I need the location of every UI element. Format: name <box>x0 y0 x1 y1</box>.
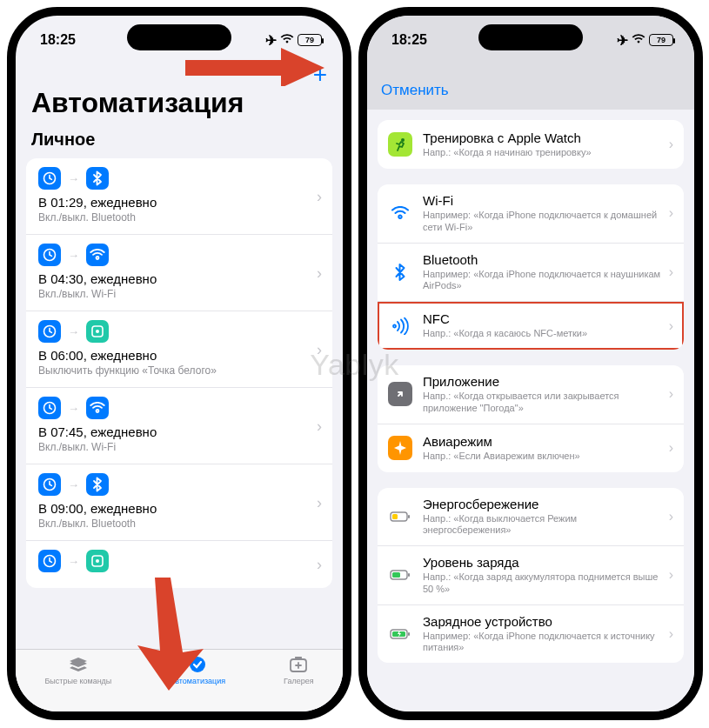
automation-title: В 01:29, ежедневно <box>38 195 320 210</box>
arrow-icon: → <box>68 402 79 415</box>
airplane-icon <box>388 436 412 460</box>
charger-icon <box>388 622 412 646</box>
trigger-row-bt2[interactable]: BluetoothНапример: «Когда iPhone подключ… <box>378 243 684 302</box>
wifi-icon <box>86 244 109 266</box>
airplane-icon: ✈ <box>617 32 628 49</box>
automation-row[interactable]: →В 09:00, ежедневноВкл./выкл. Bluetooth› <box>26 464 332 540</box>
trigger-row-app[interactable]: ПриложениеНапр.: «Когда открывается или … <box>378 365 684 424</box>
wifi-icon <box>86 397 109 419</box>
svg-rect-16 <box>408 515 410 518</box>
clock-icon <box>38 397 61 419</box>
gallery-icon <box>287 655 310 674</box>
tab-label: Галерея <box>284 677 314 685</box>
airplane-icon: ✈ <box>265 32 277 49</box>
svg-rect-15 <box>392 514 398 519</box>
automation-row[interactable]: →В 06:00, ежедневноВыключить функцию «То… <box>26 311 332 387</box>
workout-icon <box>388 132 412 157</box>
svg-point-9 <box>96 559 99 563</box>
section-header: Личное <box>16 126 343 158</box>
arrow-icon: → <box>68 172 79 185</box>
status-time: 18:25 <box>391 32 427 48</box>
cancel-button[interactable]: Отменить <box>381 82 449 99</box>
automation-row[interactable]: →В 01:29, ежедневноВкл./выкл. Bluetooth› <box>26 158 332 234</box>
chevron-right-icon: › <box>669 137 673 152</box>
app-icon <box>388 382 412 406</box>
svg-rect-23 <box>185 60 281 76</box>
battlevel-icon <box>388 563 412 587</box>
bt-icon <box>86 167 109 190</box>
trigger-row-charger[interactable]: Зарядное устройствоНапример: «Когда iPho… <box>378 604 684 664</box>
notch <box>478 24 583 50</box>
automation-title: В 04:30, ежедневно <box>38 271 320 286</box>
lowpower-icon <box>388 504 412 529</box>
trigger-group: Wi-FiНапример: «Когда iPhone подключаетс… <box>378 184 684 350</box>
chevron-right-icon: › <box>317 340 322 358</box>
tab-gallery[interactable]: Галерея <box>284 655 314 711</box>
clock-icon <box>38 473 61 496</box>
svg-point-4 <box>96 330 99 333</box>
arrow-icon: → <box>68 555 79 568</box>
automation-row[interactable]: →В 07:45, ежедневноВкл./выкл. Wi-Fi› <box>26 387 332 464</box>
chevron-right-icon: › <box>317 264 322 282</box>
phone-right: 18:25 ✈ 79 Отменить Тренировка с Apple W… <box>358 7 703 720</box>
trigger-subtitle: Напр.: «Если Авиарежим включен» <box>423 451 664 463</box>
trigger-title: Уровень заряда <box>423 555 664 570</box>
wifi2-icon <box>388 201 412 225</box>
trigger-group: ЭнергосбережениеНапр.: «Когда выключаетс… <box>378 488 684 664</box>
trigger-row-nfc[interactable]: NFCНапр.: «Когда я касаюсь NFC-метки»› <box>378 301 684 350</box>
chevron-right-icon: › <box>669 626 673 642</box>
trigger-title: Энергосбережение <box>423 497 664 511</box>
clock-icon <box>38 167 61 190</box>
trigger-subtitle: Например: «Когда iPhone подключается к д… <box>423 210 664 234</box>
page-title: Автоматизация <box>16 85 343 126</box>
automation-subtitle: Вкл./выкл. Bluetooth <box>38 211 320 224</box>
trigger-title: Авиарежим <box>423 434 664 449</box>
chevron-right-icon: › <box>669 386 673 402</box>
chevron-right-icon: › <box>669 440 673 456</box>
chevron-right-icon: › <box>317 417 322 435</box>
wifi-icon <box>280 32 294 48</box>
svg-marker-25 <box>137 578 204 691</box>
chevron-right-icon: › <box>669 264 673 280</box>
clock-icon <box>38 550 61 572</box>
chevron-right-icon: › <box>669 205 673 221</box>
battery-icon: 79 <box>649 34 673 46</box>
automation-title: В 07:45, ежедневно <box>38 424 320 439</box>
trigger-row-wifi2[interactable]: Wi-FiНапример: «Когда iPhone подключаетс… <box>378 184 684 243</box>
automation-row[interactable]: →В 04:30, ежедневноВкл./выкл. Wi-Fi› <box>26 234 332 311</box>
trigger-title: Приложение <box>423 374 664 389</box>
trigger-subtitle: Напр.: «Когда я касаюсь NFC-метки» <box>423 328 664 340</box>
trigger-title: Тренировка с Apple Watch <box>423 130 664 145</box>
clock-icon <box>38 244 61 266</box>
trigger-row-battlevel[interactable]: Уровень зарядаНапр.: «Когда заряд аккуму… <box>378 545 684 604</box>
arrow-icon: → <box>68 249 79 262</box>
arrow-icon: → <box>68 325 79 338</box>
arrow-icon: → <box>68 478 79 491</box>
trigger-row-workout[interactable]: Тренировка с Apple WatchНапр.: «Когда я … <box>378 120 684 169</box>
trigger-row-lowpower[interactable]: ЭнергосбережениеНапр.: «Когда выключаетс… <box>378 488 684 546</box>
svg-rect-18 <box>392 572 400 578</box>
svg-rect-19 <box>408 573 410 577</box>
stack-icon <box>67 655 90 674</box>
teal-icon <box>86 320 109 343</box>
svg-marker-24 <box>281 48 324 86</box>
chevron-right-icon: › <box>669 509 673 524</box>
chevron-right-icon: › <box>317 493 322 511</box>
automation-title: В 06:00, ежедневно <box>38 348 320 363</box>
trigger-subtitle: Напр.: «Когда заряд аккумулятора подниме… <box>423 571 664 596</box>
bt2-icon <box>388 260 412 284</box>
battery-icon: 79 <box>298 34 322 46</box>
trigger-subtitle: Например: «Когда iPhone подключается к и… <box>423 631 664 655</box>
trigger-title: Wi-Fi <box>423 193 664 208</box>
wifi-icon <box>632 32 645 48</box>
chevron-right-icon: › <box>669 318 673 334</box>
notch <box>127 24 231 50</box>
nfc-icon <box>388 314 412 338</box>
automation-subtitle: Вкл./выкл. Wi-Fi <box>38 288 320 300</box>
trigger-row-airplane[interactable]: АвиарежимНапр.: «Если Авиарежим включен»… <box>378 424 684 472</box>
tab-shortcuts[interactable]: Быстрые команды <box>44 655 111 711</box>
chevron-right-icon: › <box>317 187 322 205</box>
clock-icon <box>38 320 61 343</box>
automation-subtitle: Выключить функцию «Точка белого» <box>38 364 320 377</box>
trigger-title: Bluetooth <box>423 252 664 267</box>
